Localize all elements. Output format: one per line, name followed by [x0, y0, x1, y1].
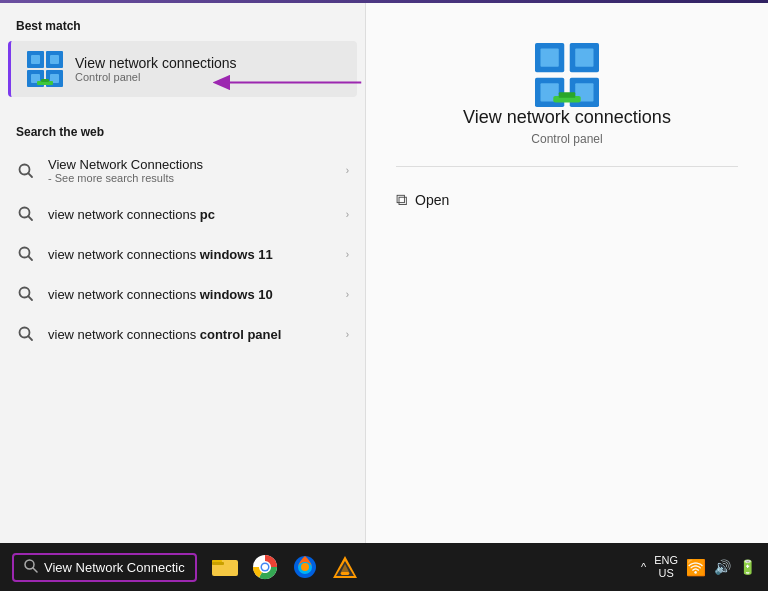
best-match-label: Best match	[0, 3, 365, 41]
svg-point-42	[301, 563, 309, 571]
open-label: Open	[415, 192, 449, 208]
web-item-0[interactable]: View Network Connections - See more sear…	[0, 147, 365, 194]
wifi-icon[interactable]: 🛜	[686, 558, 706, 577]
web-item-text-3: view network connections windows 10	[48, 287, 346, 302]
right-panel-subtitle: Control panel	[531, 132, 602, 146]
web-item-1[interactable]: view network connections pc ›	[0, 194, 365, 234]
search-icon-1	[16, 204, 36, 224]
lang-line2: US	[658, 567, 673, 580]
open-button[interactable]: ⧉ Open	[396, 183, 738, 217]
taskbar-apps	[209, 551, 361, 583]
web-item-4[interactable]: view network connections control panel ›	[0, 314, 365, 354]
svg-rect-36	[212, 562, 224, 565]
chevron-icon-0: ›	[346, 165, 349, 176]
network-connections-icon	[27, 51, 63, 87]
chevron-icon-4: ›	[346, 329, 349, 340]
best-match-title: View network connections	[75, 55, 237, 71]
left-panel: Best match View ne	[0, 3, 365, 543]
search-icon-0	[16, 161, 36, 181]
taskbar: View Network Connectic	[0, 543, 768, 591]
svg-rect-4	[31, 55, 40, 64]
web-item-text-4: view network connections control panel	[48, 327, 346, 342]
open-external-icon: ⧉	[396, 191, 407, 209]
chevron-icon-1: ›	[346, 209, 349, 220]
right-panel-divider	[396, 166, 738, 167]
svg-rect-35	[214, 564, 236, 574]
svg-line-16	[28, 256, 32, 260]
chevron-icon-3: ›	[346, 289, 349, 300]
right-panel-title: View network connections	[463, 107, 671, 128]
web-section: Search the web View Network Connections …	[0, 109, 365, 354]
web-item-3[interactable]: view network connections windows 10 ›	[0, 274, 365, 314]
svg-rect-9	[41, 79, 49, 82]
search-icon-3	[16, 284, 36, 304]
svg-rect-30	[559, 92, 575, 97]
volume-icon[interactable]: 🔊	[714, 559, 731, 575]
lang-line1: ENG	[654, 554, 678, 567]
search-icon-2	[16, 244, 36, 264]
right-panel: View network connections Control panel ⧉…	[365, 3, 768, 543]
taskbar-search-icon	[24, 559, 38, 576]
taskbar-search-text: View Network Connectic	[44, 560, 185, 575]
network-icon-large	[535, 43, 599, 107]
best-match-subtitle: Control panel	[75, 71, 237, 83]
taskbar-right: ^ ENG US 🛜 🔊 🔋	[641, 554, 756, 580]
svg-point-39	[262, 564, 268, 570]
language-indicator[interactable]: ENG US	[654, 554, 678, 580]
web-item-text-2: view network connections windows 11	[48, 247, 346, 262]
web-item-sub-0: - See more search results	[48, 172, 346, 184]
web-item-text-0: View Network Connections - See more sear…	[48, 157, 346, 184]
web-item-main-3: view network connections windows 10	[48, 287, 346, 302]
web-item-main-2: view network connections windows 11	[48, 247, 346, 262]
battery-icon[interactable]: 🔋	[739, 559, 756, 575]
web-item-text-1: view network connections pc	[48, 207, 346, 222]
search-icon-4	[16, 324, 36, 344]
svg-line-12	[28, 173, 32, 177]
search-panel: Best match View ne	[0, 3, 768, 543]
svg-rect-26	[575, 48, 593, 66]
chevron-icon-2: ›	[346, 249, 349, 260]
web-item-main-4: view network connections control panel	[48, 327, 346, 342]
taskbar-search[interactable]: View Network Connectic	[12, 553, 197, 582]
taskbar-firefox[interactable]	[289, 551, 321, 583]
svg-line-18	[28, 296, 32, 300]
taskbar-chrome[interactable]	[249, 551, 281, 583]
taskbar-file-explorer[interactable]	[209, 551, 241, 583]
desktop: Best match View ne	[0, 0, 768, 591]
web-item-2[interactable]: view network connections windows 11 ›	[0, 234, 365, 274]
svg-rect-5	[50, 55, 59, 64]
taskbar-vlc[interactable]	[329, 551, 361, 583]
svg-line-32	[33, 568, 37, 572]
best-match-item[interactable]: View network connections Control panel	[8, 41, 357, 97]
web-item-main-0: View Network Connections	[48, 157, 346, 172]
svg-rect-25	[540, 48, 558, 66]
web-section-label: Search the web	[0, 109, 365, 147]
svg-line-14	[28, 216, 32, 220]
best-match-text: View network connections Control panel	[75, 55, 237, 83]
tray-expand-icon[interactable]: ^	[641, 561, 646, 573]
svg-line-20	[28, 336, 32, 340]
web-item-main-1: view network connections pc	[48, 207, 346, 222]
